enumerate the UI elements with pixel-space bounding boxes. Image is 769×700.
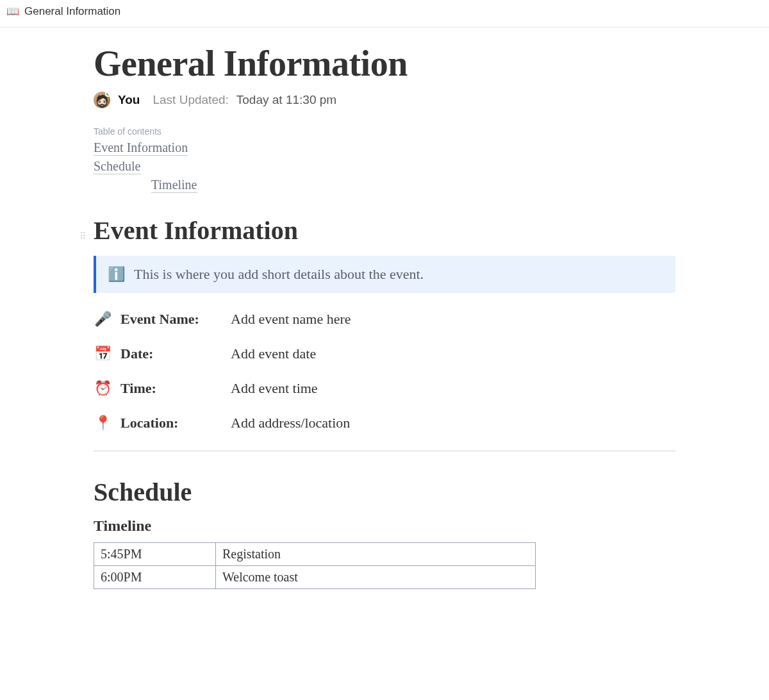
toc-item-timeline: Timeline (94, 178, 675, 192)
drag-handle-icon[interactable]: ⠿ (79, 231, 87, 242)
pin-icon: 📍 (94, 415, 112, 431)
avatar[interactable]: 🧔🏻 (94, 92, 110, 108)
time-cell[interactable]: 5:45PM (94, 543, 216, 566)
field-value[interactable]: Add address/location (231, 415, 350, 431)
field-event-name[interactable]: 🎤 Event Name: Add event name here (94, 311, 675, 328)
table-row[interactable]: 6:00PM Welcome toast (94, 566, 536, 589)
section-event-information: ⠿ Event Information (94, 215, 675, 246)
last-updated-label: Last Updated: (153, 93, 228, 107)
divider (94, 451, 675, 451)
subsection-heading-timeline[interactable]: Timeline (94, 517, 675, 535)
field-time[interactable]: ⏰ Time: Add event time (94, 380, 675, 397)
page-title[interactable]: General Information (94, 43, 675, 84)
field-label: Time: (120, 380, 222, 397)
author-name[interactable]: You (118, 93, 140, 107)
field-value[interactable]: Add event name here (231, 311, 351, 328)
book-icon: 📖 (6, 6, 19, 17)
section-heading-schedule[interactable]: Schedule (94, 477, 675, 507)
breadcrumb-title[interactable]: General Information (24, 5, 120, 18)
field-label: Event Name: (120, 311, 222, 328)
calendar-icon: 📅 (94, 346, 112, 362)
table-of-contents: Event Information Schedule Timeline (94, 140, 675, 192)
last-updated-value: Today at 11:30 pm (236, 93, 336, 107)
breadcrumb-bar: 📖 General Information (0, 0, 769, 28)
toc-item-schedule: Schedule (94, 159, 675, 174)
field-value[interactable]: Add event time (231, 380, 318, 397)
page-meta: 🧔🏻 You Last Updated: Today at 11:30 pm (94, 92, 675, 108)
toc-label: Table of contents (94, 126, 675, 137)
activity-cell[interactable]: Welcome toast (216, 566, 536, 589)
toc-link[interactable]: Event Information (94, 140, 188, 156)
info-callout[interactable]: ℹ️ This is where you add short details a… (94, 256, 675, 293)
activity-cell[interactable]: Registation (216, 543, 536, 566)
field-value[interactable]: Add event date (231, 346, 316, 362)
timeline-table: 5:45PM Registation 6:00PM Welcome toast (94, 542, 536, 589)
section-heading-event-information[interactable]: Event Information (94, 215, 675, 246)
field-label: Location: (120, 415, 222, 431)
microphone-icon: 🎤 (94, 311, 112, 328)
info-callout-text: This is where you add short details abou… (134, 266, 424, 283)
toc-link[interactable]: Schedule (94, 159, 140, 174)
field-location[interactable]: 📍 Location: Add address/location (94, 415, 675, 431)
time-cell[interactable]: 6:00PM (94, 566, 216, 589)
table-row[interactable]: 5:45PM Registation (94, 543, 536, 566)
info-icon: ℹ️ (108, 266, 125, 283)
field-date[interactable]: 📅 Date: Add event date (94, 346, 675, 362)
field-label: Date: (120, 346, 222, 362)
presence-indicator-icon (105, 92, 110, 97)
toc-item-event-information: Event Information (94, 140, 675, 155)
toc-link[interactable]: Timeline (151, 178, 197, 193)
page-content: General Information 🧔🏻 You Last Updated:… (94, 43, 675, 615)
clock-icon: ⏰ (94, 380, 112, 397)
